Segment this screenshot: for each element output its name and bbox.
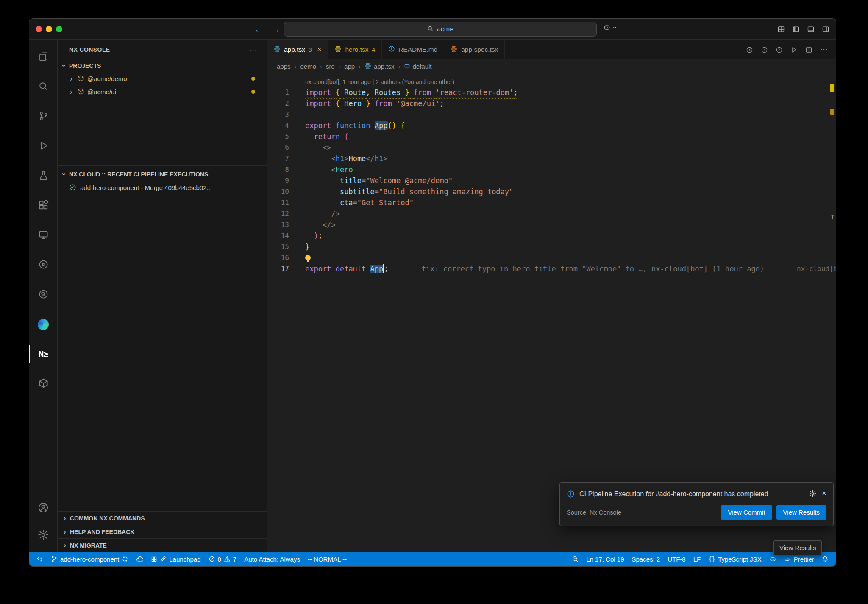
code-token: Route (344, 88, 366, 97)
eol-item[interactable]: LF (690, 552, 705, 566)
close-icon[interactable]: × (317, 45, 322, 54)
cursor-position-item[interactable]: Ln 17, Col 19 (582, 552, 628, 566)
code-text: ); (305, 230, 836, 241)
nx-cloud-status-item[interactable] (132, 552, 147, 566)
title-bar: ← → acme › (29, 19, 836, 40)
activity-bar-item-edge-tools[interactable] (29, 310, 58, 339)
auto-attach-label: Auto Attach: Always (244, 556, 300, 563)
problems-item[interactable]: 0 7 (205, 552, 241, 566)
code-line-14[interactable]: 14 ); (267, 230, 836, 241)
navigate-forward-icon[interactable]: → (272, 25, 280, 34)
code-line-7[interactable]: 7 <h1>Home</h1> (267, 153, 836, 164)
navigate-back-icon[interactable]: ← (254, 25, 263, 34)
projects-section-header[interactable]: › PROJECTS (58, 59, 267, 72)
minimize-window-button[interactable] (46, 26, 52, 32)
code-line-3[interactable]: 3 (267, 109, 836, 120)
code-line-2[interactable]: 2import { Hero } from '@acme/ui'; (267, 98, 836, 109)
remote-indicator[interactable] (33, 552, 47, 566)
run-file-icon[interactable] (790, 46, 798, 53)
breadcrumb-item-app[interactable]: app (344, 63, 355, 70)
auto-attach-item[interactable]: Auto Attach: Always (240, 552, 304, 566)
sidebar-section-common-nx-commands[interactable]: ›COMMON NX COMMANDS (58, 511, 267, 525)
breadcrumb-item-default[interactable]: default (404, 63, 431, 70)
close-window-button[interactable] (36, 26, 42, 32)
nx-cloud-section-header[interactable]: › NX CLOUD :: RECENT CI PIPELINE EXECUTI… (58, 167, 267, 181)
previous-change-icon[interactable] (746, 46, 753, 53)
activity-bar-item-accounts[interactable] (29, 495, 58, 522)
copilot-menu[interactable]: › (603, 24, 618, 31)
activity-bar-item-source-control[interactable] (29, 102, 58, 131)
code-line-9[interactable]: 9 title="Welcome @acme/demo" (267, 175, 836, 186)
activity-bar-item-extensions[interactable] (29, 191, 58, 221)
tab-problems-badge: 3 (309, 47, 312, 53)
vim-mode-item[interactable]: -- NORMAL -- (304, 552, 351, 566)
zoom-out-icon (572, 556, 579, 562)
activity-bar-item-search[interactable] (29, 72, 58, 102)
language-mode-item[interactable]: {} TypeScript JSX (704, 552, 765, 566)
code-token: cta (340, 199, 353, 207)
next-change-icon[interactable] (776, 46, 783, 53)
activity-bar-item-run-and-debug[interactable] (29, 131, 58, 161)
code-line-8[interactable]: 8 <Hero (267, 164, 836, 175)
project-item-@acme/demo[interactable]: ›@acme/demo (58, 72, 267, 85)
tab-app.spec.tsx[interactable]: app.spec.tsx (444, 40, 505, 59)
activity-bar-item-testing[interactable] (29, 161, 58, 191)
zoom-item[interactable] (568, 552, 582, 566)
notification-settings-gear-icon[interactable] (809, 490, 816, 497)
sidebar-more-actions-icon[interactable]: ⋯ (249, 45, 257, 55)
tab-hero.tsx[interactable]: hero.tsx4 (328, 40, 382, 59)
split-editor-icon[interactable] (805, 46, 812, 53)
sidebar-section-nx-migrate[interactable]: ›NX MIGRATE (58, 538, 267, 552)
breadcrumb-item-demo[interactable]: demo (300, 63, 317, 70)
activity-bar-item-explorer[interactable] (29, 42, 58, 72)
code-line-15[interactable]: 15} (267, 241, 836, 252)
activity-bar-item-remote-explorer[interactable] (29, 221, 58, 250)
breadcrumb-item-app.tsx[interactable]: app.tsx (364, 62, 394, 71)
code-line-12[interactable]: 12 /> (267, 208, 836, 219)
git-branch-item[interactable]: add-hero-component (47, 552, 132, 566)
command-center[interactable]: acme (284, 22, 597, 37)
activity-bar-item-settings[interactable] (29, 522, 58, 549)
project-item-@acme/ui[interactable]: ›@acme/ui (58, 85, 267, 98)
view-results-button[interactable]: View Results (776, 505, 826, 520)
toggle-panel-icon[interactable] (807, 25, 815, 33)
code-line-17[interactable]: 17export default App;fix: correct typo i… (267, 263, 836, 274)
code-line-6[interactable]: 6 <> (267, 142, 836, 153)
annotations-icon[interactable] (761, 46, 768, 53)
breadcrumb-item-src[interactable]: src (326, 63, 334, 70)
tab-README.md[interactable]: README.md (382, 40, 444, 59)
view-commit-button[interactable]: View Commit (721, 505, 772, 520)
copilot-icon (603, 24, 611, 31)
toggle-secondary-sidebar-icon[interactable] (822, 25, 829, 33)
launchpad-item[interactable]: Launchpad (147, 552, 204, 566)
code-line-11[interactable]: 11 cta="Get Started" (267, 197, 836, 208)
encoding-item[interactable]: UTF-8 (664, 552, 690, 566)
indentation-item[interactable]: Spaces: 2 (628, 552, 664, 566)
toggle-primary-sidebar-icon[interactable] (792, 25, 800, 33)
code-line-5[interactable]: 5 return ( (267, 131, 836, 142)
breadcrumb-item-apps[interactable]: apps (277, 63, 291, 70)
activity-bar-item-nx-console[interactable]: N≥ (29, 339, 58, 369)
pipeline-execution-item[interactable]: add-hero-component - Merge 409b44e5cb02.… (58, 181, 267, 194)
close-icon[interactable]: × (822, 490, 826, 497)
customize-layout-icon[interactable] (777, 25, 785, 33)
activity-bar-item-dependencies[interactable] (29, 369, 58, 399)
code-line-13[interactable]: 13 </> (267, 219, 836, 230)
more-actions-icon[interactable]: ⋯ (820, 45, 828, 54)
code-line-1[interactable]: 1import { Route, Routes } from 'react-ro… (267, 87, 836, 98)
tab-app.tsx[interactable]: app.tsx3× (267, 40, 328, 59)
code-editor[interactable]: nx-cloud[bot], 1 hour ago | 2 authors (Y… (267, 73, 836, 552)
activity-bar-item-code-inspect[interactable] (29, 280, 58, 310)
quick-fix-lightbulb-icon[interactable] (305, 255, 311, 260)
code-token (370, 121, 375, 130)
code-line-4[interactable]: 4export function App() { (267, 120, 836, 131)
code-line-10[interactable]: 10 subtitle="Build something amazing tod… (267, 186, 836, 197)
zoom-window-button[interactable] (56, 26, 62, 32)
code-line-16[interactable]: 16 (267, 252, 836, 263)
code-token: { (401, 121, 405, 130)
sidebar-section-help-and-feedback[interactable]: ›HELP AND FEEDBACK (58, 525, 267, 538)
activity-bar-item-project-graph[interactable] (29, 250, 58, 280)
codelens-blame[interactable]: nx-cloud[bot], 1 hour ago | 2 authors (Y… (267, 77, 836, 87)
view-results-tooltip: View Results (773, 540, 822, 555)
tab-label: app.tsx (284, 46, 305, 53)
